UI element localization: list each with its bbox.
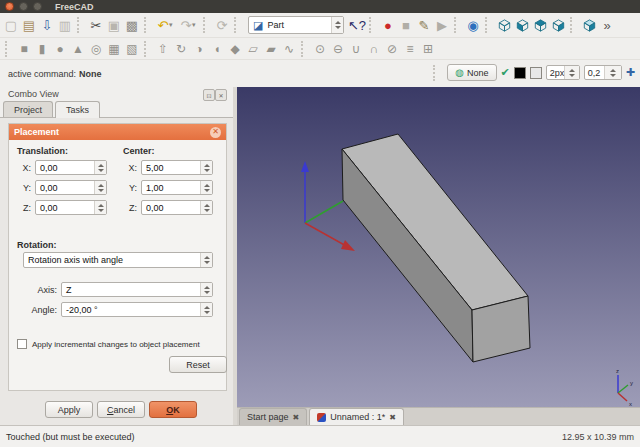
redo-dropdown-arrow[interactable]: ▾ [192,21,200,29]
undo-dropdown-arrow[interactable]: ▾ [169,21,177,29]
copy-button[interactable]: ▣ [105,15,123,35]
panel-float-icon[interactable]: ⊡ [203,89,215,101]
part-boolean-button[interactable]: ⊙ [311,40,329,58]
window-minimize-button[interactable] [19,2,28,11]
part-torus-button[interactable]: ◎ [87,40,105,58]
part-mirror-button[interactable]: ◑ [190,40,208,58]
3d-viewport[interactable]: z y x [237,87,640,407]
translation-x-input[interactable]: 0,00 [35,160,107,175]
ok-button[interactable]: OK [149,401,197,418]
incremental-checkbox[interactable] [17,339,27,349]
spin-arrows[interactable] [604,66,621,79]
reset-button[interactable]: Reset [169,356,227,373]
spin-arrows[interactable] [200,181,212,194]
cut-button[interactable]: ✂ [87,15,105,35]
axis-select[interactable]: Z [61,282,213,297]
part-intersection-button[interactable]: ∩ [365,40,383,58]
spin-arrows[interactable] [94,161,106,174]
part-shape-builder-button[interactable]: ▧ [123,40,141,58]
apply-button[interactable]: Apply [45,401,93,418]
window-close-button[interactable] [5,2,14,11]
toolbar-grip[interactable] [454,17,461,33]
toolbar-grip[interactable] [433,65,440,81]
angle-input[interactable]: -20,00 ° [61,302,213,317]
toolbar-grip[interactable] [144,41,151,57]
line-color-swatch[interactable] [514,67,526,79]
toolbar-grip[interactable] [5,41,12,57]
toolbar-grip[interactable] [301,41,308,57]
part-chamfer-button[interactable]: ◆ [226,40,244,58]
part-box-button[interactable]: ■ [15,40,33,58]
macro-edit-button[interactable]: ✎ [415,15,433,35]
view-axonometric-button[interactable] [495,15,513,35]
paste-button[interactable]: ▩ [123,15,141,35]
translation-y-input[interactable]: 0,00 [35,180,107,195]
placement-close-icon[interactable]: ✕ [210,127,221,138]
dropdown-arrows[interactable] [331,17,343,33]
part-cross-sections-button[interactable]: ≡ [401,40,419,58]
view-front-button[interactable] [513,15,531,35]
spin-arrows[interactable] [94,181,106,194]
part-cone-button[interactable]: ▲ [69,40,87,58]
part-union-button[interactable]: ∪ [347,40,365,58]
center-z-input[interactable]: 0,00 [141,200,213,215]
part-compound-button[interactable]: ⊞ [419,40,437,58]
part-ruled-surface-button[interactable]: ▱ [244,40,262,58]
spin-arrows[interactable] [200,201,212,214]
part-revolve-button[interactable]: ↻ [172,40,190,58]
print-button[interactable]: ▥ [56,15,74,35]
line-width-spinner[interactable]: 2px [546,65,580,80]
macro-play-button[interactable]: ▶ [433,15,451,35]
macro-stop-button[interactable]: ■ [397,15,415,35]
part-extrude-button[interactable]: ⇧ [154,40,172,58]
toolbar-grip[interactable] [77,17,84,33]
panel-close-icon[interactable]: ✕ [215,89,227,101]
spin-arrows[interactable] [564,66,578,79]
part-loft-button[interactable]: ▰ [262,40,280,58]
toolbar-overflow-button[interactable]: » [598,15,616,35]
open-file-button[interactable]: ▤ [20,15,38,35]
construction-mode-icon[interactable]: ✚ [626,66,635,79]
tab-start-page[interactable]: Start page ✖ [239,408,307,425]
toolbar-grip[interactable] [144,17,151,33]
spin-arrows[interactable] [200,303,212,316]
view-top-button[interactable] [531,15,549,35]
center-y-input[interactable]: 1,00 [141,180,213,195]
spin-arrows[interactable] [200,161,212,174]
part-cylinder-button[interactable]: ▮ [33,40,51,58]
workbench-selector[interactable]: ◪Part [248,16,344,34]
face-color-swatch[interactable] [530,67,542,79]
window-maximize-button[interactable] [33,2,42,11]
cancel-button[interactable]: Cancel [97,401,145,418]
autogroup-button[interactable]: ◍ None [447,64,496,81]
tab-close-icon[interactable]: ✖ [389,413,396,422]
macro-record-button[interactable]: ● [379,15,397,35]
part-primitives-button[interactable]: ▦ [105,40,123,58]
toolbar-grip[interactable] [570,17,577,33]
text-size-spinner[interactable]: 0,2 [584,65,622,80]
part-sphere-button[interactable]: ● [51,40,69,58]
dropdown-arrows[interactable] [200,253,212,267]
new-file-button[interactable]: ▢ [2,15,20,35]
part-fillet-button[interactable]: ◖ [208,40,226,58]
toolbar-grip[interactable] [485,17,492,33]
part-cut-button[interactable]: ⊖ [329,40,347,58]
tab-close-icon[interactable]: ✖ [293,413,300,422]
apply-style-icon[interactable]: ✔ [501,66,510,79]
center-x-input[interactable]: 5,00 [141,160,213,175]
translation-z-input[interactable]: 0,00 [35,200,107,215]
part-section-button[interactable]: ⊘ [383,40,401,58]
save-button[interactable]: ⇩ [38,15,56,35]
toolbar-grip[interactable] [234,17,241,33]
toolbar-grip[interactable] [369,17,376,33]
view-isometric-button[interactable] [580,15,598,35]
dropdown-arrows[interactable] [200,283,212,296]
toolbar-grip[interactable] [203,17,210,33]
view-fit-all-button[interactable]: ◉ [464,15,482,35]
spin-arrows[interactable] [94,201,106,214]
tab-tasks[interactable]: Tasks [55,101,100,118]
tab-unnamed-document[interactable]: Unnamed : 1* ✖ [309,408,404,425]
rotation-mode-select[interactable]: Rotation axis with angle [23,252,213,268]
tab-project[interactable]: Project [3,101,53,118]
refresh-button[interactable]: ⟳ [213,15,231,35]
